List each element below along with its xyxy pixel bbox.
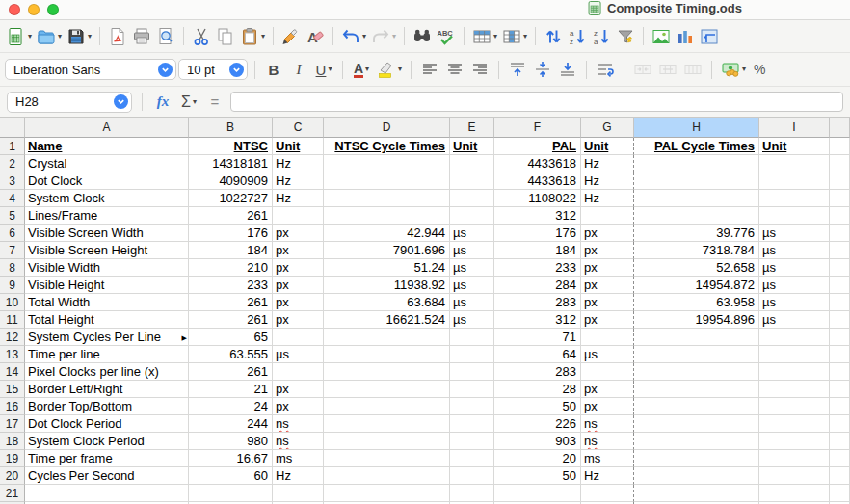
- row-header-13[interactable]: 13: [0, 346, 25, 363]
- cell-F5[interactable]: 312: [494, 207, 581, 225]
- cell-B14[interactable]: 261: [189, 363, 273, 381]
- cell-A4[interactable]: System Clock: [25, 190, 189, 207]
- cell-B21[interactable]: [189, 485, 273, 502]
- cell-B2[interactable]: 14318181: [189, 155, 273, 172]
- cell-F17[interactable]: 226: [494, 415, 581, 433]
- cell-J19[interactable]: [830, 450, 850, 467]
- cell-F15[interactable]: 28: [494, 381, 581, 398]
- cell-B19[interactable]: 16.67: [189, 450, 273, 467]
- cell-B17[interactable]: 244: [189, 415, 273, 433]
- row-header-21[interactable]: 21: [0, 485, 25, 502]
- cell-B6[interactable]: 176: [189, 225, 273, 242]
- cell-H19[interactable]: [634, 450, 759, 467]
- cell-J13[interactable]: [830, 346, 850, 363]
- cut-button[interactable]: [190, 24, 213, 49]
- cell-G13[interactable]: µs: [581, 346, 634, 363]
- sum-button[interactable]: Σ▾: [178, 91, 199, 114]
- cell-B12[interactable]: 65: [189, 329, 273, 346]
- cell-J4[interactable]: [830, 190, 850, 207]
- cell-A16[interactable]: Border Top/Bottom: [25, 398, 189, 415]
- cell-A15[interactable]: Border Left/Right: [25, 381, 189, 398]
- underline-button[interactable]: U▾: [312, 57, 335, 82]
- cell-H10[interactable]: 63.958: [634, 294, 759, 311]
- cell-D17[interactable]: [324, 415, 450, 433]
- cell-A19[interactable]: Time per frame: [25, 450, 189, 467]
- row-header-11[interactable]: 11: [0, 311, 25, 329]
- cell-H17[interactable]: [634, 415, 759, 433]
- cell-A13[interactable]: Time per line: [25, 346, 189, 363]
- print-preview-button[interactable]: [154, 24, 177, 49]
- cell-H12[interactable]: [634, 329, 759, 346]
- font-color-button[interactable]: A▾: [350, 57, 373, 82]
- row-header-1[interactable]: 1: [0, 138, 25, 155]
- cell-E11[interactable]: µs: [450, 311, 494, 329]
- cell-B7[interactable]: 184: [189, 242, 273, 259]
- cell-E13[interactable]: [450, 346, 494, 363]
- cell-E4[interactable]: [450, 190, 494, 207]
- row-header-18[interactable]: 18: [0, 433, 25, 450]
- cell-C12[interactable]: [273, 329, 324, 346]
- cell-B3[interactable]: 4090909: [189, 172, 273, 190]
- cell-C3[interactable]: Hz: [273, 172, 324, 190]
- font-size-select-dropdown[interactable]: [229, 63, 244, 77]
- row-header-7[interactable]: 7: [0, 242, 25, 259]
- formula-button[interactable]: =: [204, 91, 226, 114]
- cell-H15[interactable]: [634, 381, 759, 398]
- export-pdf-button[interactable]: [106, 24, 129, 49]
- cell-F18[interactable]: 903: [494, 433, 581, 450]
- cell-E10[interactable]: µs: [450, 294, 494, 311]
- cell-C5[interactable]: [273, 207, 324, 225]
- cell-D11[interactable]: 16621.524: [324, 311, 450, 329]
- cell-D16[interactable]: [324, 398, 450, 415]
- cell-A20[interactable]: Cycles Per Second: [25, 467, 189, 485]
- cell-B13[interactable]: 63.555: [189, 346, 273, 363]
- cell-J12[interactable]: [830, 329, 850, 346]
- cell-H11[interactable]: 19954.896: [634, 311, 759, 329]
- name-box-dropdown[interactable]: [114, 94, 128, 109]
- column-header-E[interactable]: E: [450, 118, 494, 138]
- cell-G18[interactable]: ns: [581, 433, 634, 450]
- cell-G20[interactable]: Hz: [581, 467, 634, 485]
- align-bottom-button[interactable]: [556, 57, 579, 82]
- cell-J21[interactable]: [830, 485, 850, 502]
- cell-H4[interactable]: [634, 190, 759, 207]
- cell-D9[interactable]: 11938.92: [324, 277, 450, 294]
- sort-descending-button[interactable]: za: [590, 24, 613, 49]
- cell-G6[interactable]: px: [581, 225, 634, 242]
- cell-B5[interactable]: 261: [189, 207, 273, 225]
- cell-E21[interactable]: [450, 485, 494, 502]
- cell-A10[interactable]: Total Width: [25, 294, 189, 311]
- cell-J6[interactable]: [830, 225, 850, 242]
- align-top-button[interactable]: [506, 57, 529, 82]
- cell-F2[interactable]: 4433618: [494, 155, 581, 172]
- cell-J11[interactable]: [830, 311, 850, 329]
- font-name-select[interactable]: Liberation Sans: [5, 59, 176, 80]
- minimize-window-button[interactable]: [28, 4, 40, 15]
- cell-D8[interactable]: 51.24: [324, 259, 450, 277]
- copy-button[interactable]: [214, 24, 237, 49]
- cell-I15[interactable]: [759, 381, 830, 398]
- font-size-select[interactable]: 10 pt: [178, 59, 248, 80]
- cell-A8[interactable]: Visible Width: [25, 259, 189, 277]
- cell-D14[interactable]: [324, 363, 450, 381]
- row-header-5[interactable]: 5: [0, 207, 25, 225]
- row-header-14[interactable]: 14: [0, 363, 25, 381]
- cell-I18[interactable]: [759, 433, 830, 450]
- cell-G8[interactable]: px: [581, 259, 634, 277]
- insert-image-button[interactable]: [650, 24, 673, 49]
- cell-H20[interactable]: [634, 467, 759, 485]
- cell-G12[interactable]: [581, 329, 634, 346]
- cell-A6[interactable]: Visible Screen Width: [25, 225, 189, 242]
- cell-A1[interactable]: Name: [25, 138, 189, 155]
- bold-button[interactable]: B: [262, 57, 285, 82]
- cell-H5[interactable]: [634, 207, 759, 225]
- cell-I13[interactable]: [759, 346, 830, 363]
- cell-F11[interactable]: 312: [494, 311, 581, 329]
- cell-G2[interactable]: Hz: [581, 155, 634, 172]
- cell-I9[interactable]: µs: [759, 277, 830, 294]
- cell-C2[interactable]: Hz: [273, 155, 324, 172]
- cell-F4[interactable]: 1108022: [494, 190, 581, 207]
- column-header-D[interactable]: D: [324, 118, 450, 138]
- cell-G1[interactable]: Unit: [581, 138, 634, 155]
- row-header-20[interactable]: 20: [0, 467, 25, 485]
